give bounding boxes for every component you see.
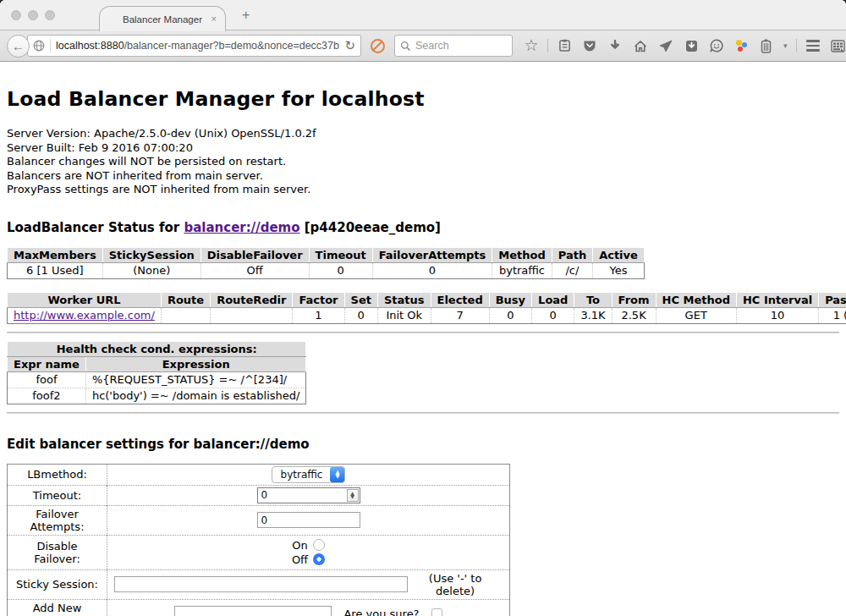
col-load: Load <box>532 292 574 307</box>
cell-passes: 1 (0) <box>819 307 846 323</box>
col-method: Method <box>492 247 552 262</box>
titlebar: Balancer Manager × + <box>0 0 846 30</box>
health-table-title: Health check cond. expressions: <box>8 341 306 356</box>
form-row-disable-failover: Disable Failover: On Off <box>8 535 510 569</box>
url-domain: localhost:8880 <box>56 40 124 52</box>
toolbar-divider <box>796 39 797 52</box>
col-failoverattempts: FailoverAttempts <box>372 247 492 262</box>
tab-title: Balancer Manager <box>123 14 202 25</box>
cell-expr-name: foof2 <box>8 388 86 404</box>
bookmark-star-icon[interactable]: ☆ <box>524 38 539 53</box>
col-set: Set <box>344 292 377 307</box>
battery-icon[interactable] <box>758 38 773 53</box>
page-content: Load Balancer Manager for localhost Serv… <box>0 62 846 616</box>
back-button[interactable]: ← <box>7 35 30 58</box>
table-row: foof2 hc('body') =~ /domain is establish… <box>8 388 306 404</box>
reload-icon[interactable]: ↻ <box>344 40 355 52</box>
cell-busy: 0 <box>489 307 531 323</box>
table-header-row: Worker URL Route RouteRedir Factor Set S… <box>8 292 846 307</box>
save-to-device-icon[interactable] <box>684 38 699 53</box>
menu-icon[interactable] <box>805 38 821 53</box>
lbmethod-label: LBmethod: <box>8 464 107 485</box>
timeout-label: Timeout: <box>8 485 107 505</box>
downloads-icon[interactable] <box>607 38 623 53</box>
site-identity-globe-icon[interactable] <box>33 40 45 52</box>
cell-hc-method: GET <box>656 307 736 323</box>
cell-expression: hc('body') =~ /domain is established/ <box>85 388 306 404</box>
zoom-window-button[interactable] <box>45 10 55 20</box>
url-bar[interactable]: localhost:8880/balancer-manager?b=demo&n… <box>27 35 361 57</box>
col-to: To <box>574 292 612 307</box>
sticky-session-hint: (Use '-' to delete) <box>408 572 503 597</box>
content-blocked-icon[interactable] <box>371 39 385 53</box>
home-icon[interactable] <box>633 38 648 53</box>
url-text[interactable]: localhost:8880/balancer-manager?b=demo&n… <box>56 40 339 52</box>
balancer-status-table: MaxMembers StickySession DisableFailover… <box>7 247 645 279</box>
cell-expr-name: foof <box>8 371 86 388</box>
tab-close-icon[interactable]: × <box>212 14 217 24</box>
bookmarks-menu-icon[interactable] <box>557 38 572 53</box>
select-stepper-icon: ▲▼ <box>330 467 344 482</box>
cell-load: 0 <box>532 307 574 323</box>
table-header-row: MaxMembers StickySession DisableFailover… <box>8 247 645 262</box>
browser-window: Balancer Manager × + ← localhost:8880/ba… <box>0 0 846 616</box>
form-row-lbmethod: LBmethod: bytraffic ▲▼ <box>8 464 510 485</box>
failover-attempts-input[interactable] <box>257 512 360 528</box>
form-row-failover-attempts: Failover Attempts: <box>8 505 510 535</box>
form-row-sticky-session: Sticky Session: (Use '-' to delete) <box>8 569 510 599</box>
worker-table: Worker URL Route RouteRedir Factor Set S… <box>7 292 846 324</box>
cell-disablefailover: Off <box>201 262 309 278</box>
cell-from: 2.5K <box>612 307 656 323</box>
tiles-icon[interactable] <box>831 38 846 53</box>
tab-balancer-manager[interactable]: Balancer Manager × <box>99 6 226 31</box>
separator <box>7 412 839 414</box>
add-worker-input[interactable] <box>174 606 332 616</box>
failover-attempts-label: Failover Attempts: <box>8 505 107 535</box>
balancer-demo-link[interactable]: balancer://demo <box>184 220 299 235</box>
cell-factor: 1 <box>293 307 344 323</box>
col-stickysession: StickySession <box>102 247 201 262</box>
col-disablefailover: DisableFailover <box>201 247 309 262</box>
emoji-icon[interactable] <box>709 38 724 53</box>
disable-failover-on-radio[interactable] <box>313 539 325 551</box>
minimize-window-button[interactable] <box>28 10 38 20</box>
form-row-add-worker: Add New Worker: Are you sure? <box>8 599 510 616</box>
lbmethod-select[interactable]: bytraffic ▲▼ <box>272 466 346 483</box>
extension-dots-icon[interactable] <box>734 39 748 52</box>
cell-status: Init Ok <box>377 307 431 323</box>
lbmethod-selected-value: bytraffic <box>281 469 331 481</box>
add-worker-label: Add New Worker: <box>8 599 107 616</box>
col-busy: Busy <box>489 292 531 307</box>
cell-maxmembers: 6 [1 Used] <box>8 262 103 278</box>
sticky-session-input[interactable] <box>114 576 408 592</box>
number-spinner-icon[interactable]: ▲▼ <box>347 489 359 502</box>
timeout-input[interactable] <box>257 487 360 503</box>
table-title-row: Health check cond. expressions: <box>8 341 306 356</box>
cell-hc-interval: 10 <box>736 307 818 323</box>
col-hc-interval: HC Interval <box>736 292 818 307</box>
edit-settings-heading: Edit balancer settings for balancer://de… <box>7 437 839 452</box>
col-worker-url: Worker URL <box>8 292 162 307</box>
are-you-sure-label: Are you sure? <box>343 608 419 616</box>
overflow-caret-icon[interactable]: ▾ <box>783 41 788 50</box>
urlbar-divider <box>50 39 51 52</box>
col-expression: Expression <box>85 356 306 371</box>
close-window-button[interactable] <box>11 10 21 20</box>
search-input[interactable] <box>415 40 500 52</box>
notice-balancers: Balancers are NOT inherited from main se… <box>7 169 839 184</box>
sticky-session-label: Sticky Session: <box>8 569 107 599</box>
new-tab-button[interactable]: + <box>242 8 250 23</box>
send-icon[interactable] <box>658 38 673 53</box>
disable-failover-off-radio[interactable] <box>313 553 325 565</box>
cell-elected: 7 <box>431 307 489 323</box>
server-version: Server Version: Apache/2.5.0-dev (Unix) … <box>7 127 839 141</box>
pocket-icon[interactable] <box>582 38 597 53</box>
col-path: Path <box>552 247 592 262</box>
separator <box>7 332 839 333</box>
search-bar[interactable] <box>394 35 513 57</box>
worker-url-link[interactable]: http://www.example.com/ <box>14 309 155 322</box>
are-you-sure-checkbox[interactable] <box>431 608 442 616</box>
radio-off-label: Off <box>292 553 308 566</box>
cell-route <box>161 307 210 323</box>
cell-path: /c/ <box>552 262 592 278</box>
